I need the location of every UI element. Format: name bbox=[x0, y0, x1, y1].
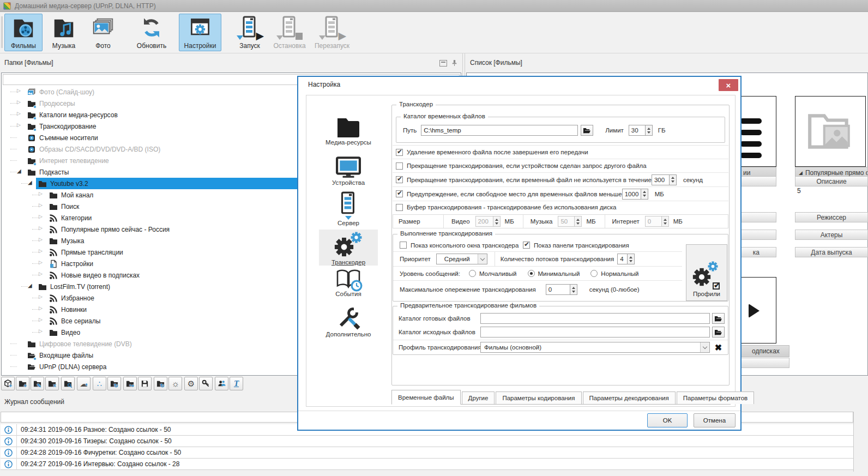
radio-normal[interactable] bbox=[590, 270, 598, 277]
tab-decoding[interactable]: Параметры декодирования bbox=[583, 391, 676, 404]
log-entry[interactable]: 09:24:27 2019-09-16 Интервью: Создано сс… bbox=[1, 459, 853, 470]
refresh-images-button[interactable]: ↻ bbox=[154, 377, 167, 390]
browse-temp-path-button[interactable] bbox=[581, 125, 593, 136]
collapsed-arrow-icon[interactable]: ▷ bbox=[39, 271, 46, 276]
toolbar-button-photo[interactable]: Фото bbox=[85, 14, 121, 51]
collapsed-arrow-icon[interactable]: ▷ bbox=[39, 248, 46, 254]
collapsed-arrow-icon[interactable]: ▷ bbox=[39, 225, 46, 231]
scan-folder-button[interactable] bbox=[61, 377, 75, 390]
limit-unit: ГБ bbox=[658, 127, 666, 134]
remove-folder-button[interactable]: × bbox=[45, 377, 59, 390]
add-media-resource-button[interactable]: + bbox=[1, 377, 15, 390]
sidebar-item-server[interactable]: Сервер bbox=[316, 191, 381, 226]
collapsed-arrow-icon[interactable]: ▷ bbox=[39, 260, 46, 265]
collapsed-arrow-icon[interactable]: ▷ bbox=[17, 99, 25, 105]
cancel-button[interactable]: Отмена bbox=[694, 413, 736, 427]
option-row[interactable]: Прекращение транскодирования, если време… bbox=[393, 173, 728, 187]
option-row[interactable]: Удаление временного файла после завершен… bbox=[393, 145, 728, 159]
toolbar-button-refresh[interactable]: Обновить bbox=[130, 14, 173, 51]
sidebar-item-media-resources[interactable]: Медиа-ресурсы bbox=[316, 115, 381, 146]
font-style-button[interactable]: T bbox=[230, 377, 243, 390]
tree-item-label: Фото (Слайд-шоу) bbox=[39, 88, 94, 96]
collapsed-arrow-icon[interactable]: ▷ bbox=[39, 237, 46, 242]
source-files-input[interactable] bbox=[480, 327, 710, 338]
tab-other[interactable]: Другие bbox=[462, 391, 495, 404]
collapsed-arrow-icon[interactable]: ▷ bbox=[17, 88, 25, 93]
log-entry[interactable]: 09:24:30 2019-09-16 Тизеры: Создано ссыл… bbox=[1, 436, 853, 447]
disk-icon bbox=[27, 134, 36, 142]
stop-when-unused-checkbox[interactable] bbox=[396, 176, 403, 183]
section-description[interactable]: Описание bbox=[795, 176, 868, 186]
access-key-button[interactable] bbox=[199, 377, 213, 390]
browse-source-files-button[interactable] bbox=[712, 327, 725, 338]
option-row[interactable]: Буфер транскодирования - транскодировани… bbox=[393, 201, 728, 213]
transcode-profile-dropdown[interactable]: Фильмы (основной) bbox=[480, 342, 710, 353]
threads-spinner[interactable]: 4 bbox=[617, 254, 635, 264]
transcode-panel-checkbox[interactable] bbox=[523, 242, 530, 249]
toolbar-button-settings[interactable]: Настройки bbox=[179, 14, 221, 51]
clear-profile-button[interactable]: ✖ bbox=[712, 342, 725, 353]
radio-silent[interactable] bbox=[469, 270, 476, 277]
radio-minimal[interactable] bbox=[528, 270, 535, 277]
buffer-transcode-checkbox[interactable] bbox=[396, 204, 403, 211]
limit-spinner[interactable]: 30 bbox=[629, 125, 653, 136]
max-ahead-spinner[interactable]: 0 bbox=[546, 284, 577, 295]
collapsed-arrow-icon[interactable]: ▷ bbox=[17, 111, 25, 116]
expanded-arrow-icon[interactable]: ◢ bbox=[17, 168, 25, 174]
toolbar-grip[interactable] bbox=[1, 16, 3, 48]
toolbar-button-start[interactable]: ▶ Запуск bbox=[232, 14, 267, 51]
restore-folder-button[interactable]: ↪ bbox=[123, 377, 137, 390]
settings-gear-button[interactable]: ⚙ bbox=[184, 377, 198, 390]
section-release-date[interactable]: Дата выпуска bbox=[795, 247, 868, 257]
panel-pin-icon[interactable] bbox=[451, 59, 458, 67]
section-actors[interactable]: Актеры bbox=[795, 230, 868, 240]
tab-formats[interactable]: Параметры форматов bbox=[677, 391, 754, 404]
panel-restore-icon[interactable] bbox=[439, 60, 447, 67]
collapsed-arrow-icon[interactable]: ▷ bbox=[39, 305, 46, 311]
collapsed-arrow-icon[interactable]: ▷ bbox=[17, 122, 25, 128]
brightness-button[interactable]: ☼ bbox=[168, 377, 182, 390]
list-tile-folder[interactable] bbox=[795, 96, 866, 167]
collapsed-arrow-icon[interactable]: ▷ bbox=[39, 202, 46, 208]
free-space-spinner[interactable]: 1000 bbox=[622, 189, 648, 200]
collapsed-arrow-icon[interactable]: ▷ bbox=[39, 328, 46, 334]
option-row[interactable]: Прекращение транскодирования, если устро… bbox=[393, 159, 728, 173]
edit-folder-button[interactable]: ✎ bbox=[31, 377, 44, 390]
option-row[interactable]: Предупреждение, если свободное место для… bbox=[393, 187, 728, 201]
log-entry[interactable]: 09:24:28 2019-09-16 Фичуретки: Создано с… bbox=[1, 447, 853, 459]
collapsed-arrow-icon[interactable]: ▷ bbox=[39, 294, 46, 299]
expanded-arrow-icon[interactable]: ◢ bbox=[28, 179, 35, 185]
save-button[interactable] bbox=[138, 377, 152, 390]
temp-path-input[interactable]: C:\hms_temp bbox=[421, 125, 578, 136]
browse-ready-files-button[interactable] bbox=[712, 313, 725, 324]
refresh-links-button[interactable]: ↻ bbox=[107, 377, 121, 390]
console-window-checkbox[interactable] bbox=[400, 242, 407, 249]
tab-temp-files[interactable]: Временные файлы bbox=[391, 390, 461, 405]
sidebar-item-transcoder[interactable]: Транскодер bbox=[316, 232, 381, 266]
free-space-warning-checkbox[interactable] bbox=[396, 190, 403, 197]
ok-button[interactable]: OK bbox=[647, 413, 688, 427]
profiles-button[interactable]: Профили bbox=[686, 244, 727, 301]
toolbar-button-music[interactable]: Музыка bbox=[47, 14, 81, 51]
rss-icon bbox=[49, 271, 58, 280]
screensaver-button[interactable]: ∴ bbox=[93, 377, 106, 390]
weather-button[interactable]: ☁* bbox=[77, 377, 91, 390]
add-folder-button[interactable]: + bbox=[16, 377, 29, 390]
section-director[interactable]: Режиссер bbox=[795, 212, 868, 222]
toolbar-button-films[interactable]: Фильмы bbox=[4, 14, 43, 51]
users-button[interactable] bbox=[215, 377, 228, 390]
sidebar-item-events[interactable]: События bbox=[316, 269, 381, 297]
ready-files-input[interactable] bbox=[480, 313, 710, 324]
sidebar-item-devices[interactable]: Устройства bbox=[316, 156, 381, 186]
dialog-close-button[interactable]: × bbox=[719, 79, 738, 91]
unused-seconds-spinner[interactable]: 300 bbox=[652, 174, 677, 185]
tab-encoding[interactable]: Параметры кодирования bbox=[496, 391, 581, 404]
collapsed-arrow-icon[interactable]: ▷ bbox=[39, 191, 46, 196]
collapsed-arrow-icon[interactable]: ▷ bbox=[39, 214, 46, 219]
expanded-arrow-icon[interactable]: ◢ bbox=[28, 282, 35, 288]
delete-temp-checkbox[interactable] bbox=[396, 149, 403, 156]
priority-dropdown[interactable]: Средний bbox=[436, 254, 487, 264]
collapsed-arrow-icon[interactable]: ▷ bbox=[39, 317, 46, 322]
stop-on-other-request-checkbox[interactable] bbox=[396, 162, 403, 170]
sidebar-item-advanced[interactable]: Дополнительно bbox=[316, 306, 381, 338]
